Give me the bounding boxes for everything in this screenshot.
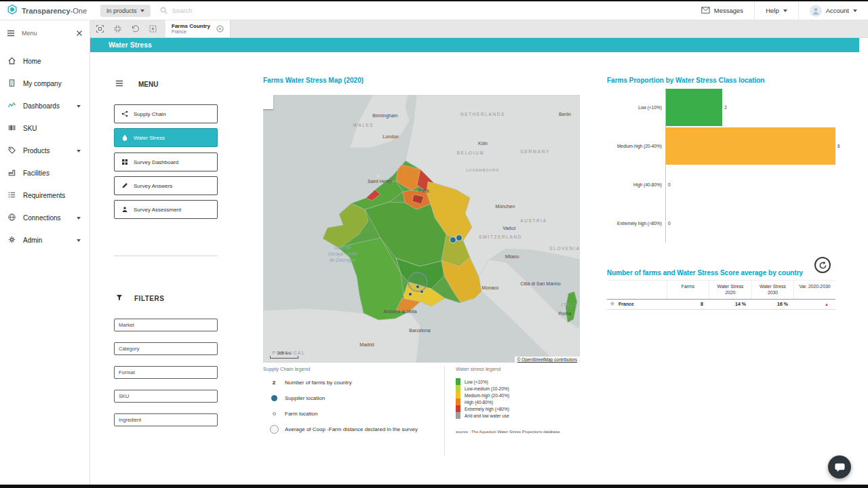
filter-category-input[interactable] bbox=[114, 342, 218, 355]
chat-widget-button[interactable] bbox=[828, 455, 851, 479]
messages-button[interactable]: Messages bbox=[690, 1, 754, 20]
map-label: Paris bbox=[418, 188, 429, 193]
home-icon bbox=[7, 56, 16, 66]
sidebar-item-sku[interactable]: SKU bbox=[0, 117, 90, 140]
refresh-button[interactable] bbox=[814, 257, 831, 273]
bar[interactable] bbox=[666, 89, 722, 126]
filter-format-input[interactable] bbox=[114, 366, 218, 379]
tag-icon bbox=[7, 146, 16, 156]
filter-ingredient-input[interactable] bbox=[114, 413, 218, 426]
water-drop-icon bbox=[121, 134, 128, 141]
tab-farms-country[interactable]: Farms Country France bbox=[165, 20, 231, 37]
sidebar-item-my-company[interactable]: My company bbox=[0, 73, 90, 95]
legend-label: Arid and low water use bbox=[465, 413, 509, 418]
sidebar-item-label: Admin bbox=[23, 237, 70, 244]
map-attribution[interactable]: © OpenStreetMap contributors bbox=[515, 357, 580, 363]
expand-view-icon[interactable] bbox=[149, 24, 157, 33]
tab-close-icon[interactable] bbox=[216, 25, 224, 33]
search-scope-label: In products bbox=[106, 7, 137, 14]
menu-button-survey-dashboard[interactable]: Survey Dashboard bbox=[114, 152, 218, 171]
filters-title: FILTERS bbox=[134, 295, 164, 302]
map-label: Vizcaya - Golfe bbox=[328, 251, 357, 257]
zoom-to-fit-icon[interactable] bbox=[96, 24, 104, 33]
column-header-ws2020: Water Stress2020 bbox=[709, 281, 751, 299]
map-label: de Gascogne bbox=[330, 258, 356, 263]
sidebar-item-home[interactable]: Home bbox=[0, 50, 90, 73]
legend-color-swatch bbox=[456, 392, 460, 399]
farm-marker[interactable] bbox=[408, 292, 412, 296]
sidebar-item-label: SKU bbox=[23, 125, 82, 132]
map-label: London bbox=[382, 134, 398, 139]
filters-header: FILTERS bbox=[116, 294, 164, 302]
row-gear-icon[interactable] bbox=[610, 301, 615, 307]
supplier-marker[interactable] bbox=[456, 235, 462, 241]
sidebar-item-facilities[interactable]: Facilities bbox=[0, 162, 90, 184]
globe-icon bbox=[7, 213, 16, 223]
filter-sku-input[interactable] bbox=[114, 390, 218, 403]
chat-bubble-icon bbox=[834, 462, 846, 473]
map-scale-bar bbox=[270, 356, 298, 359]
filter-funnel-icon bbox=[116, 294, 123, 302]
map-label: AUSTRIA bbox=[520, 218, 547, 223]
water-legend-item: Low (<10%) bbox=[456, 378, 618, 385]
legend-item-supplier: Supplier location bbox=[263, 394, 438, 403]
chevron-down-icon bbox=[140, 9, 144, 12]
filter-market-input[interactable] bbox=[114, 319, 218, 331]
map-label: Golfo de bbox=[334, 245, 351, 250]
legend-label: Extremely high (>80%) bbox=[465, 407, 509, 411]
brand-logo[interactable]: Transparency-One bbox=[7, 4, 87, 18]
menu-button-survey-answers[interactable]: Survey Answers bbox=[114, 176, 218, 195]
tab-title: Farms Country bbox=[172, 23, 210, 30]
supplier-marker[interactable] bbox=[450, 237, 456, 243]
hamburger-icon[interactable] bbox=[115, 80, 123, 88]
legend-color-swatch bbox=[456, 378, 460, 385]
sidebar-item-dashboards[interactable]: Dashboards bbox=[0, 95, 90, 117]
menu-button-water-stress[interactable]: Water Stress bbox=[114, 128, 218, 147]
window-bottom-edge bbox=[0, 485, 868, 488]
close-icon[interactable] bbox=[76, 30, 83, 37]
sidebar-item-admin[interactable]: Admin bbox=[0, 229, 90, 251]
collapse-view-icon[interactable] bbox=[113, 24, 122, 33]
search-scope-dropdown[interactable]: In products bbox=[100, 5, 151, 17]
menu-button-survey-assessment[interactable]: Survey Assessment bbox=[114, 200, 218, 219]
tab-subtitle: France bbox=[172, 29, 210, 35]
panel-divider bbox=[114, 256, 218, 256]
menu-button-supply-chain[interactable]: Supply Chain bbox=[114, 104, 218, 123]
sidebar-item-connections[interactable]: Connections bbox=[0, 207, 90, 229]
reset-view-icon[interactable] bbox=[131, 24, 140, 33]
bar-chart-title: Farms Proportion by Water Stress Class l… bbox=[607, 77, 764, 84]
water-legend-title: Water stress legend bbox=[456, 366, 618, 372]
bar-track: 0 bbox=[665, 204, 841, 243]
panel-menu-title: MENU bbox=[138, 81, 158, 88]
legend-label: Medium-high (20-40%) bbox=[465, 393, 509, 398]
water-legend-source: source : The Aqueduct Water Stress Proje… bbox=[456, 430, 618, 434]
average-distance-circle[interactable] bbox=[408, 272, 427, 291]
bar-value-label: 2 bbox=[724, 105, 727, 110]
sidebar-item-label: My company bbox=[23, 80, 82, 87]
building-icon bbox=[7, 79, 16, 89]
window-top-edge bbox=[0, 0, 868, 1]
country-cell: France bbox=[618, 302, 634, 306]
avatar bbox=[810, 5, 822, 17]
column-header bbox=[607, 281, 667, 299]
help-menu[interactable]: Help bbox=[755, 1, 798, 20]
map-label: Andorra la Vella bbox=[383, 309, 417, 314]
map-label: GERMANY bbox=[520, 149, 550, 154]
account-menu[interactable]: Account bbox=[799, 1, 868, 20]
map-canvas[interactable]: BirminghamWALESLondonNETHERLANDSBerlinKö… bbox=[263, 95, 580, 363]
ws2030-cell: 16 % bbox=[751, 302, 793, 306]
bar[interactable] bbox=[666, 127, 835, 165]
search-input[interactable] bbox=[171, 6, 259, 15]
table-row-france[interactable]: France 8 14 % 16 % ▲ bbox=[607, 300, 835, 310]
water-stress-map[interactable]: BirminghamWALESLondonNETHERLANDSBerlinKö… bbox=[263, 95, 580, 363]
bar-category-label: High (40-80%) bbox=[607, 182, 665, 187]
map-label: SLOVENIA bbox=[549, 246, 580, 251]
map-zoom-control[interactable] bbox=[263, 95, 273, 109]
search-icon bbox=[160, 5, 167, 17]
global-search bbox=[160, 5, 259, 17]
sidebar-item-requirements[interactable]: Requirements bbox=[0, 184, 90, 207]
farms-table-title: Number of farms and Water Stress Score a… bbox=[607, 269, 803, 277]
hamburger-icon[interactable] bbox=[7, 27, 15, 39]
sidebar-item-products[interactable]: Products bbox=[0, 140, 90, 162]
water-legend-item: High (40-80%) bbox=[456, 399, 618, 405]
